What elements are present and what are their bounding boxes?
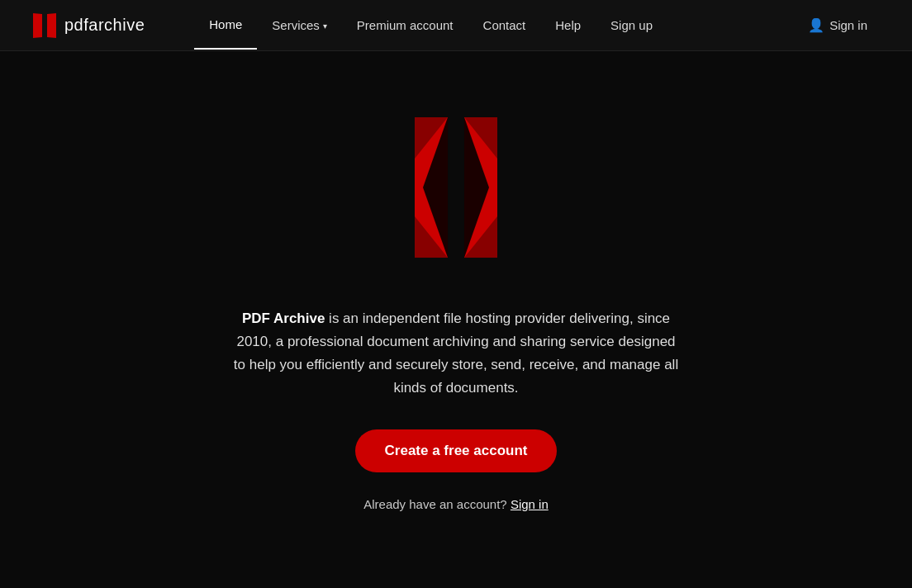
logo-icon: [33, 13, 56, 38]
logo-link[interactable]: pdfarchive: [33, 13, 145, 38]
nav-signup[interactable]: Sign up: [596, 2, 667, 49]
nav-home[interactable]: Home: [194, 1, 257, 50]
person-icon: 👤: [808, 17, 824, 33]
chevron-down-icon: ▾: [323, 21, 327, 31]
main-content: PDF Archive is an independent file hosti…: [0, 51, 912, 544]
signin-link[interactable]: Sign in: [511, 497, 549, 511]
already-account-text: Already have an account? Sign in: [363, 497, 549, 511]
create-account-button[interactable]: Create a free account: [355, 429, 558, 472]
navbar: pdfarchive Home Services ▾ Premium accou…: [0, 0, 912, 51]
nav-links: Home Services ▾ Premium account Contact …: [194, 1, 796, 50]
nav-contact[interactable]: Contact: [468, 2, 541, 49]
hero-logo-svg: [369, 101, 543, 274]
svg-marker-1: [47, 13, 56, 38]
logo-text: pdfarchive: [64, 16, 145, 35]
logo-svg: [33, 13, 56, 38]
nav-premium[interactable]: Premium account: [342, 2, 468, 49]
hero-description: PDF Archive is an independent file hosti…: [233, 307, 679, 400]
nav-signin-link[interactable]: 👤 Sign in: [796, 11, 879, 40]
nav-services[interactable]: Services ▾: [257, 2, 342, 49]
svg-marker-0: [33, 13, 42, 38]
nav-right: 👤 Sign in: [796, 11, 879, 40]
nav-help[interactable]: Help: [540, 2, 596, 49]
